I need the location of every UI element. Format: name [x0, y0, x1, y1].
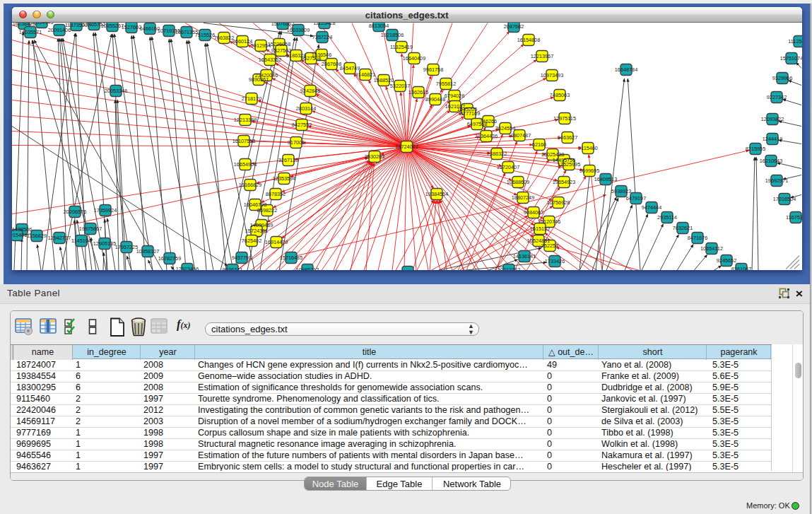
svg-text:19975867: 19975867: [79, 226, 102, 232]
svg-text:7632621: 7632621: [673, 225, 693, 231]
svg-text:7663822: 7663822: [214, 35, 234, 41]
svg-text:3267130: 3267130: [278, 157, 298, 163]
svg-text:6479197: 6479197: [626, 195, 646, 201]
svg-text:917006: 917006: [288, 139, 305, 146]
svg-text:8215955: 8215955: [746, 146, 765, 152]
svg-text:19166829: 19166829: [239, 182, 261, 188]
svg-text:1527602: 1527602: [122, 24, 141, 30]
svg-text:1615152: 1615152: [530, 226, 550, 232]
svg-text:17957225: 17957225: [115, 244, 138, 250]
svg-text:9227342: 9227342: [767, 94, 787, 100]
svg-text:20206576: 20206576: [64, 209, 86, 215]
svg-text:10973493: 10973493: [541, 72, 563, 78]
svg-text:16033809: 16033809: [287, 27, 310, 33]
svg-text:18807249: 18807249: [512, 194, 534, 201]
svg-text:2935114: 2935114: [657, 214, 677, 221]
svg-text:15716485: 15716485: [280, 255, 302, 261]
svg-text:2867608: 2867608: [322, 61, 341, 67]
svg-text:7955812: 7955812: [436, 81, 456, 87]
svg-text:9463627: 9463627: [558, 134, 577, 141]
svg-text:8427552: 8427552: [292, 122, 312, 128]
svg-text:10120746: 10120746: [538, 218, 560, 225]
svg-text:7515526: 7515526: [195, 32, 215, 38]
svg-text:8660124: 8660124: [233, 38, 252, 45]
svg-text:19692971: 19692971: [765, 177, 788, 184]
svg-text:21364436: 21364436: [475, 133, 498, 139]
svg-text:9242848: 9242848: [300, 88, 320, 94]
svg-text:16914479: 16914479: [265, 239, 288, 245]
svg-text:5322037: 5322037: [390, 83, 410, 89]
svg-text:8454749: 8454749: [340, 65, 360, 71]
svg-text:746266: 746266: [480, 118, 497, 124]
svg-text:12975115: 12975115: [553, 115, 576, 122]
svg-text:7625402: 7625402: [242, 238, 261, 244]
svg-text:12942737: 12942737: [48, 235, 71, 241]
svg-text:11125419: 11125419: [788, 38, 801, 45]
svg-text:23420046: 23420046: [255, 72, 278, 78]
svg-text:11325419: 11325419: [390, 44, 413, 50]
svg-text:9115460: 9115460: [578, 145, 598, 151]
svg-text:1362615: 1362615: [408, 89, 428, 95]
svg-text:10807487: 10807487: [508, 132, 531, 139]
svg-text:10212742: 10212742: [498, 267, 520, 270]
svg-text:2087682: 2087682: [504, 23, 524, 30]
svg-text:14035571: 14035571: [19, 29, 42, 35]
svg-text:10985212: 10985212: [296, 267, 319, 270]
svg-text:9245652: 9245652: [717, 257, 736, 264]
svg-text:15751074: 15751074: [780, 55, 802, 62]
svg-text:12905135: 12905135: [93, 240, 116, 247]
svg-text:9329966: 9329966: [772, 75, 792, 81]
svg-text:8698222: 8698222: [257, 207, 277, 214]
svg-text:9699695: 9699695: [579, 168, 599, 174]
svg-text:16543352: 16543352: [259, 57, 281, 63]
svg-text:3915401: 3915401: [12, 232, 27, 238]
svg-text:16210643: 16210643: [760, 158, 782, 164]
svg-text:8471676: 8471676: [688, 235, 707, 241]
svg-text:10654112: 10654112: [700, 245, 723, 252]
svg-text:1053859: 1053859: [398, 269, 418, 270]
svg-text:16107553: 16107553: [233, 138, 255, 144]
svg-text:14136141: 14136141: [513, 253, 536, 259]
svg-text:7485063: 7485063: [550, 92, 570, 98]
svg-text:8878352: 8878352: [266, 191, 286, 197]
svg-text:9146821: 9146821: [355, 71, 375, 78]
svg-text:62160: 62160: [532, 141, 546, 148]
svg-text:17525995: 17525995: [558, 161, 580, 168]
svg-text:1244419: 1244419: [763, 136, 782, 142]
svg-text:2718170: 2718170: [242, 95, 261, 102]
svg-text:7357224: 7357224: [312, 34, 332, 40]
svg-text:10855267: 10855267: [101, 23, 124, 29]
svg-text:9084067: 9084067: [524, 209, 543, 216]
svg-text:16654908: 16654908: [234, 161, 257, 168]
svg-text:12213967: 12213967: [531, 53, 553, 59]
svg-text:16640409: 16640409: [403, 55, 425, 62]
svg-text:17359924: 17359924: [94, 207, 117, 214]
svg-text:9036741: 9036741: [223, 267, 242, 270]
svg-text:8813054: 8813054: [369, 23, 389, 29]
svg-text:12353594: 12353594: [273, 175, 295, 182]
svg-text:11125428: 11125428: [313, 23, 335, 26]
svg-text:19218506: 19218506: [381, 32, 404, 38]
svg-text:19654923: 19654923: [553, 179, 575, 185]
svg-text:2530203: 2530203: [365, 153, 384, 160]
svg-text:2803144: 2803144: [296, 105, 316, 112]
svg-text:16648784: 16648784: [615, 66, 637, 73]
svg-text:8990448: 8990448: [425, 96, 445, 103]
svg-text:1536546: 1536546: [312, 52, 331, 58]
svg-text:15226058: 15226058: [268, 41, 290, 47]
svg-text:10756928: 10756928: [547, 199, 570, 206]
svg-text:12213389: 12213389: [234, 117, 257, 123]
svg-text:1167534: 1167534: [786, 214, 801, 221]
svg-text:12093822: 12093822: [761, 116, 784, 122]
svg-text:9777169: 9777169: [460, 110, 480, 117]
svg-text:7386322: 7386322: [487, 151, 507, 157]
svg-text:8361067: 8361067: [731, 266, 751, 270]
svg-text:12054443: 12054443: [30, 23, 53, 25]
svg-text:1145194: 1145194: [71, 238, 91, 244]
svg-text:15720407: 15720407: [497, 164, 519, 170]
svg-text:6794028: 6794028: [445, 93, 464, 99]
svg-text:17016504: 17016504: [773, 196, 796, 202]
svg-text:9457791: 9457791: [232, 255, 252, 261]
svg-text:9961758: 9961758: [423, 66, 443, 73]
svg-text:16409513: 16409513: [594, 176, 617, 182]
